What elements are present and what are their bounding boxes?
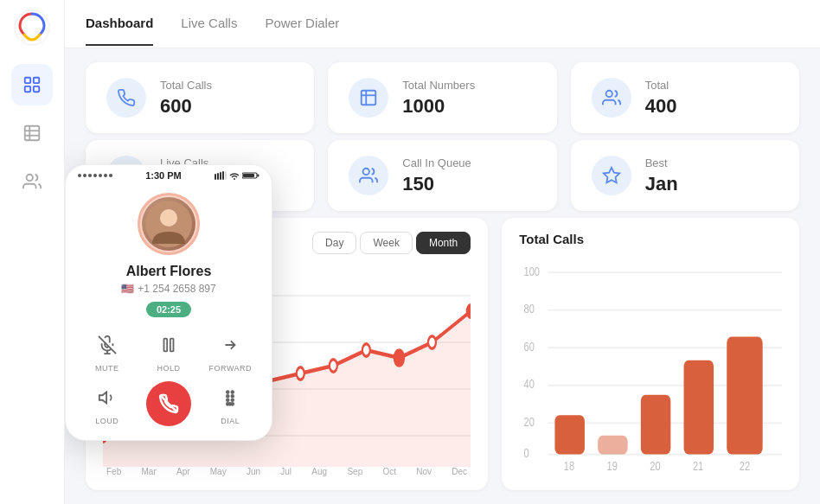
logo: [13, 9, 51, 50]
svg-text:0: 0: [524, 446, 529, 461]
month-feb: Feb: [106, 467, 121, 476]
svg-point-78: [232, 395, 234, 398]
svg-point-62: [234, 178, 235, 180]
svg-point-79: [227, 399, 229, 401]
svg-point-17: [363, 169, 369, 175]
phone-body: Albert Flores 🇺🇸 +1 254 2658 897 02:25: [66, 182, 272, 440]
call-queue-value: 150: [402, 173, 471, 195]
status-dots: [78, 174, 112, 177]
month-may: May: [210, 467, 227, 476]
filter-week[interactable]: Week: [360, 232, 412, 254]
tabs-bar: Dashboard Live Calls Power Dialer: [65, 0, 820, 48]
mute-icon: [92, 329, 123, 360]
svg-point-32: [394, 350, 404, 366]
tab-dashboard[interactable]: Dashboard: [86, 2, 153, 46]
stats-row-1: Total Calls 600 Total Numbers 1000: [65, 48, 820, 140]
hash-icon-bg: [349, 78, 388, 118]
caller-number: 🇺🇸 +1 254 2658 897: [121, 283, 215, 295]
svg-point-30: [330, 360, 337, 372]
end-call-button[interactable]: [146, 381, 191, 426]
best-value: Jan: [645, 173, 678, 195]
month-jul: Jul: [280, 467, 291, 476]
forward-action[interactable]: FORWARD: [203, 329, 258, 373]
total-numbers-label: Total Numbers: [402, 79, 475, 92]
loud-action[interactable]: LOUD: [80, 382, 134, 425]
month-nov: Nov: [416, 467, 432, 476]
svg-rect-71: [163, 339, 167, 352]
svg-rect-5: [25, 126, 40, 141]
svg-point-80: [232, 399, 234, 401]
hold-action[interactable]: HOLD: [141, 329, 195, 373]
svg-rect-64: [243, 174, 254, 177]
phone-statusbar: 1:30 PM: [66, 165, 272, 182]
svg-text:21: 21: [693, 458, 703, 473]
svg-point-33: [428, 336, 436, 348]
svg-point-83: [232, 403, 234, 405]
bar-chart-header: Total Calls: [519, 232, 782, 246]
tab-live-calls[interactable]: Live Calls: [181, 2, 237, 46]
svg-point-34: [467, 305, 471, 317]
svg-rect-58: [217, 173, 219, 180]
svg-text:80: 80: [524, 302, 535, 316]
phone-actions: MUTE HOLD: [80, 329, 258, 373]
mute-label: MUTE: [95, 364, 119, 373]
sidebar: [0, 0, 65, 504]
svg-text:60: 60: [524, 339, 535, 354]
svg-rect-4: [34, 86, 39, 92]
stat-total-numbers: Total Numbers 1000: [328, 62, 556, 133]
svg-text:22: 22: [740, 458, 750, 473]
star-icon-bg: [592, 156, 631, 195]
tab-power-dialer[interactable]: Power Dialer: [265, 2, 339, 46]
dial-label: DIAL: [221, 417, 240, 425]
total-calls-value: 600: [160, 95, 212, 118]
call-timer: 02:25: [146, 302, 191, 317]
svg-rect-1: [25, 78, 30, 83]
sidebar-item-dashboard[interactable]: [11, 64, 53, 105]
loud-label: LOUD: [95, 417, 119, 425]
svg-text:100: 100: [524, 264, 540, 278]
flag-icon: 🇺🇸: [121, 283, 134, 295]
svg-rect-55: [727, 337, 762, 455]
forward-icon: [215, 329, 246, 360]
avatar: [142, 197, 195, 251]
filter-day[interactable]: Day: [312, 232, 356, 254]
sidebar-item-dialer[interactable]: [11, 112, 53, 154]
bar-chart-title: Total Calls: [519, 232, 584, 246]
svg-rect-61: [225, 171, 227, 180]
month-labels: Feb Mar Apr May Jun Jul Aug Sep Oct Nov …: [103, 467, 471, 476]
total-value: 400: [645, 95, 677, 118]
month-sep: Sep: [347, 467, 362, 476]
call-queue-label: Call In Queue: [402, 156, 471, 169]
svg-rect-2: [34, 78, 39, 83]
dial-icon: [215, 382, 246, 413]
svg-rect-53: [684, 360, 714, 455]
svg-text:20: 20: [524, 414, 535, 429]
caller-name: Albert Flores: [126, 264, 212, 279]
stat-best: Best Jan: [571, 140, 799, 211]
hold-icon: [153, 329, 184, 360]
time-filter: Day Week Month: [312, 232, 471, 254]
dial-action[interactable]: DIAL: [203, 382, 258, 425]
total-label: Total: [645, 79, 677, 92]
svg-rect-65: [257, 175, 259, 177]
svg-rect-3: [25, 86, 30, 92]
svg-rect-47: [555, 415, 586, 454]
month-mar: Mar: [141, 467, 156, 476]
month-dec: Dec: [452, 467, 467, 476]
total-numbers-value: 1000: [402, 95, 475, 118]
svg-marker-18: [603, 168, 618, 182]
mute-action[interactable]: MUTE: [80, 329, 134, 373]
forward-label: FORWARD: [209, 364, 253, 373]
svg-point-67: [160, 209, 177, 226]
phone-end-row: LOUD: [80, 381, 258, 426]
svg-text:18: 18: [564, 458, 574, 473]
phone-overlay: 1:30 PM Albert Flores 🇺: [65, 164, 272, 441]
hold-label: HOLD: [157, 364, 180, 373]
svg-point-9: [27, 175, 33, 181]
bar-chart-card: Total Calls 100 80 60 40 20 0 1: [502, 218, 799, 490]
sidebar-item-contacts[interactable]: [11, 161, 53, 202]
best-label: Best: [645, 156, 678, 169]
svg-rect-10: [362, 91, 376, 105]
month-aug: Aug: [311, 467, 327, 476]
filter-month[interactable]: Month: [416, 232, 471, 254]
